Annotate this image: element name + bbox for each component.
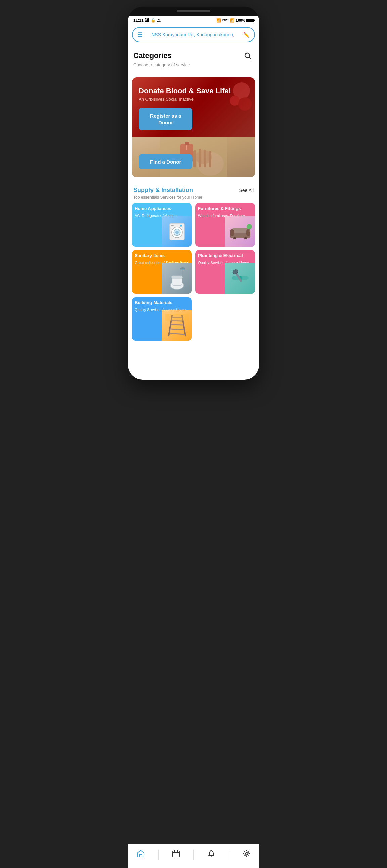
find-donor-button[interactable]: Find a Donor <box>139 154 192 169</box>
bottom-spacer <box>128 346 259 353</box>
location-bar[interactable]: ☰ NSS Karayogam Rd, Kudappanakunnu, ✏️ <box>132 27 255 42</box>
donation-banner: Donate Blood & Save Life! An Orbislives … <box>132 77 255 177</box>
banner-bottom-section: Find a Donor <box>132 137 255 177</box>
status-time-area: 11:11 🖼 🔒 ⚠ <box>133 18 160 23</box>
card-sanitary-image <box>162 263 192 294</box>
svg-rect-13 <box>185 142 189 145</box>
svg-line-45 <box>172 321 182 321</box>
card-furnitures-fittings[interactable]: Furnitures & Fittings Wooden furnitures,… <box>195 203 255 247</box>
svg-point-36 <box>183 269 184 270</box>
plumbing-icon <box>225 263 255 294</box>
card-furnitures-title: Furnitures & Fittings <box>195 203 255 212</box>
battery-icon <box>246 19 254 23</box>
alert-icon: ⚠ <box>157 18 160 23</box>
svg-rect-26 <box>244 238 247 240</box>
card-plumbing-image <box>225 263 255 294</box>
lock-icon: 🔒 <box>150 18 155 23</box>
categories-header: Categories <box>133 50 254 62</box>
sanitary-icon <box>162 263 192 294</box>
edit-icon[interactable]: ✏️ <box>243 32 249 38</box>
hamburger-icon[interactable]: ☰ <box>138 31 143 38</box>
card-home-appliances-image <box>162 216 192 247</box>
svg-rect-28 <box>248 229 250 232</box>
appliances-icon <box>162 216 192 247</box>
svg-rect-31 <box>171 276 183 278</box>
svg-rect-10 <box>204 150 206 167</box>
battery-fill <box>247 20 253 22</box>
svg-rect-8 <box>194 150 196 167</box>
furniture-icon <box>225 216 255 247</box>
supply-section-title: Supply & Installation <box>133 187 193 194</box>
category-cards-grid: Home Appliances AC, Refrigerator, Washin… <box>128 203 259 346</box>
building-icon <box>162 310 192 341</box>
svg-point-18 <box>175 231 179 234</box>
svg-point-27 <box>246 224 252 229</box>
signal-bars: 📶 <box>230 19 235 23</box>
svg-point-20 <box>180 225 182 227</box>
svg-point-0 <box>245 53 249 58</box>
card-home-appliances[interactable]: Home Appliances AC, Refrigerator, Washin… <box>132 203 192 247</box>
card-furnitures-image <box>225 216 255 247</box>
see-all-button[interactable]: See All <box>239 188 254 193</box>
toilet-icon <box>165 267 189 290</box>
svg-point-4 <box>238 97 251 111</box>
decorative-drops <box>211 81 251 121</box>
svg-line-46 <box>171 325 183 325</box>
card-building-image <box>162 310 192 341</box>
wifi-icon: 📶 <box>216 19 221 23</box>
categories-title: Categories <box>133 51 172 60</box>
svg-point-35 <box>182 269 183 270</box>
lte-label: LTE1 <box>222 19 229 22</box>
svg-point-34 <box>181 269 182 270</box>
card-plumbing-electrical[interactable]: Plumbing & Electrical Quality Services f… <box>195 250 255 294</box>
battery-percent: 100% <box>236 19 245 23</box>
sofa-icon <box>229 223 252 240</box>
time-display: 11:11 <box>133 18 144 23</box>
svg-rect-23 <box>230 229 234 236</box>
svg-rect-22 <box>232 228 248 234</box>
card-plumbing-title: Plumbing & Electrical <box>195 250 255 259</box>
svg-rect-25 <box>234 238 236 240</box>
supply-section-header: Supply & Installation See All <box>128 181 259 195</box>
svg-line-47 <box>171 329 183 330</box>
svg-line-48 <box>170 334 184 335</box>
wrench-pipe-icon <box>229 267 252 290</box>
svg-line-1 <box>249 57 251 59</box>
svg-rect-19 <box>171 225 174 226</box>
search-icon <box>243 52 251 60</box>
register-donor-button[interactable]: Register as a Donor <box>139 108 192 130</box>
search-button[interactable] <box>242 50 254 62</box>
categories-section: Categories Choose a category of service <box>128 45 259 69</box>
svg-rect-11 <box>209 151 211 167</box>
svg-rect-49 <box>165 314 189 321</box>
washing-machine-icon <box>167 222 187 242</box>
divider-line <box>133 73 254 73</box>
svg-rect-9 <box>199 149 201 167</box>
card-building-materials[interactable]: Building Materials Quality Services for … <box>132 297 192 341</box>
location-text: NSS Karayogam Rd, Kudappanakunnu, <box>146 32 240 37</box>
tracks-icon <box>165 314 189 338</box>
status-right-area: 📶 LTE1 📶 100% <box>216 19 254 23</box>
card-sanitary-title: Sanitary Items <box>132 250 192 259</box>
supply-section-subtitle: Top essentials Services for your Home <box>128 195 259 203</box>
banner-top-section: Donate Blood & Save Life! An Orbislives … <box>132 77 255 137</box>
card-building-title: Building Materials <box>132 297 192 306</box>
categories-subtitle: Choose a category of service <box>133 62 254 67</box>
photo-icon: 🖼 <box>145 18 149 23</box>
card-home-appliances-title: Home Appliances <box>132 203 192 212</box>
status-bar: 11:11 🖼 🔒 ⚠ 📶 LTE1 📶 100% <box>128 16 259 24</box>
card-sanitary-items[interactable]: Sanitary Items Great collection of Sanit… <box>132 250 192 294</box>
